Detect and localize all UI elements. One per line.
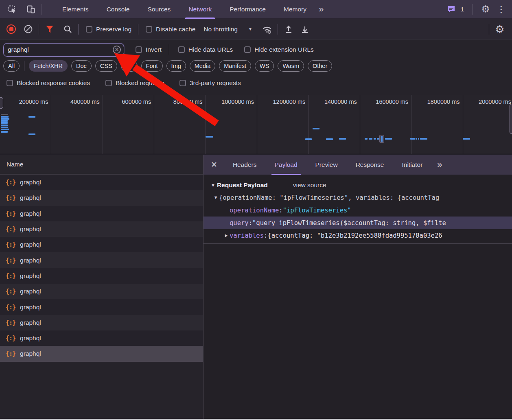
settings-gear-icon[interactable]: ⚙ (479, 3, 492, 16)
query-row[interactable]: query: "query ipFlowTimeseries($accountT… (203, 217, 512, 229)
export-har-icon[interactable] (298, 23, 311, 36)
request-type-chip[interactable]: JS (121, 60, 138, 72)
request-row[interactable]: {:} graphql (0, 268, 203, 284)
request-type-chip[interactable]: Manifest (219, 60, 251, 72)
request-row[interactable]: {:} graphql (0, 252, 203, 268)
request-row[interactable]: {:} graphql (0, 175, 203, 190)
panel-tab-label: Network (188, 6, 212, 13)
chip-all[interactable]: All (3, 60, 20, 72)
panel-tab[interactable]: Console (103, 0, 133, 19)
filter-icon[interactable] (43, 23, 56, 36)
details-tab[interactable]: Initiator (398, 155, 426, 175)
expanded-arrow-icon[interactable]: ▼ (212, 195, 219, 200)
request-row[interactable]: {:} graphql (0, 206, 203, 221)
waterfall-bar (379, 135, 384, 143)
panel-tab[interactable]: Sources (144, 0, 174, 19)
more-tabs-icon[interactable]: » (315, 0, 326, 19)
hide-extension-urls-label: Hide extension URLs (254, 46, 314, 53)
request-row[interactable]: {:} graphql (0, 190, 203, 206)
close-icon[interactable]: ✕ (203, 160, 224, 169)
blocked-response-cookies-checkbox[interactable] (7, 80, 13, 86)
network-overview-timeline[interactable]: 200000 ms 400000 ms 600000 ms 800000 ms … (0, 95, 512, 154)
waterfall-bar (1, 116, 9, 118)
blocked-requests-checkbox[interactable] (105, 80, 112, 86)
waterfall-bar (410, 138, 415, 140)
network-settings-gear-icon[interactable]: ⚙ (493, 23, 506, 36)
disable-cache-checkbox[interactable] (146, 26, 152, 33)
device-toolbar-icon[interactable] (24, 3, 37, 16)
panel-tab-label: Performance (230, 6, 266, 13)
payload-root-row[interactable]: ▼ {operationName: "ipFlowTimeseries", va… (203, 191, 512, 204)
fetch-xhr-icon: {:} (6, 225, 15, 233)
network-conditions-icon[interactable] (260, 23, 274, 36)
waterfall-bar (377, 138, 379, 140)
divider (78, 24, 79, 35)
divider (278, 24, 278, 35)
details-tab[interactable]: Preview (312, 155, 341, 175)
details-more-tabs-icon[interactable]: » (434, 160, 444, 170)
waterfall-bar (1, 131, 8, 133)
chip-label: Font (146, 63, 158, 69)
name-column-header[interactable]: Name (0, 155, 203, 175)
timeline-tick-label: 800000 ms (173, 98, 203, 105)
request-row[interactable]: {:} graphql (0, 237, 203, 252)
filter-input[interactable]: graphql ✕ (3, 43, 124, 57)
panel-tab[interactable]: Elements (59, 0, 92, 19)
invert-checkbox[interactable] (136, 46, 142, 53)
import-har-icon[interactable] (282, 23, 295, 36)
request-row[interactable]: {:} graphql (0, 315, 203, 330)
fetch-xhr-icon: {:} (6, 288, 15, 295)
waterfall-bar (420, 138, 427, 140)
overview-right-handle[interactable] (510, 104, 512, 134)
search-icon[interactable] (61, 23, 74, 36)
preserve-log-label: Preserve log (96, 26, 131, 33)
issues-icon[interactable] (445, 3, 458, 16)
devtools-tab-bar: Elements Console Sources Network Perform… (0, 0, 512, 19)
name-header-label: Name (7, 161, 23, 168)
collapse-triangle-icon[interactable]: ▼ (211, 183, 215, 188)
timeline-column: 1400000 ms (309, 95, 360, 154)
kebab-menu-icon[interactable]: ⋮ (494, 5, 508, 13)
panel-tab[interactable]: Network (185, 0, 215, 19)
request-type-chip[interactable]: Font (141, 60, 163, 72)
hide-data-urls-checkbox[interactable] (178, 46, 185, 53)
hide-extension-urls-checkbox[interactable] (244, 46, 251, 53)
request-row[interactable]: {:} graphql (0, 284, 203, 299)
request-type-chip[interactable]: CSS (95, 60, 117, 72)
request-type-chip[interactable]: Wasm (278, 60, 304, 72)
request-row[interactable]: {:} graphql (0, 221, 203, 237)
waterfall-bar (339, 138, 346, 140)
third-party-requests-label: 3rd-party requests (190, 79, 241, 87)
request-type-chip[interactable]: Fetch/XHR (29, 60, 68, 72)
request-row[interactable]: {:} graphql (0, 346, 203, 361)
record-button[interactable] (7, 24, 16, 34)
details-tab[interactable]: Payload (271, 155, 301, 175)
request-type-chip[interactable]: Img (166, 60, 186, 72)
chip-label: Manifest (224, 63, 246, 69)
third-party-requests-checkbox[interactable] (179, 80, 186, 86)
details-tab[interactable]: Headers (230, 155, 260, 175)
request-type-chip[interactable]: Doc (71, 60, 92, 72)
request-type-chip[interactable]: Media (190, 60, 216, 72)
preserve-log-checkbox[interactable] (86, 26, 92, 33)
variables-row[interactable]: ▶ variables: {accountTag: "b12e3b2192ee5… (203, 229, 512, 242)
request-row[interactable]: {:} graphql (0, 299, 203, 315)
overview-left-handle[interactable] (0, 97, 3, 109)
chip-label: Doc (76, 63, 87, 69)
panel-tab[interactable]: Performance (226, 0, 269, 19)
collapsed-arrow-icon[interactable]: ▶ (223, 233, 230, 238)
request-row[interactable]: {:} graphql (0, 330, 203, 346)
view-source-link[interactable]: view source (293, 182, 326, 189)
fetch-xhr-icon: {:} (6, 350, 15, 357)
panel-tab[interactable]: Memory (280, 0, 310, 19)
waterfall-bar (1, 129, 9, 130)
clear-button[interactable] (22, 23, 35, 36)
throttling-select[interactable]: No throttling ▼ (203, 26, 252, 33)
request-type-chip[interactable]: Other (308, 60, 332, 72)
operation-name-row[interactable]: operationName: "ipFlowTimeseries" (203, 204, 512, 217)
request-type-chip[interactable]: WS (255, 60, 274, 72)
clear-filter-icon[interactable]: ✕ (113, 46, 121, 54)
details-tab[interactable]: Response (352, 155, 387, 175)
inspect-element-icon[interactable] (6, 3, 19, 16)
waterfall-bar (369, 138, 372, 140)
